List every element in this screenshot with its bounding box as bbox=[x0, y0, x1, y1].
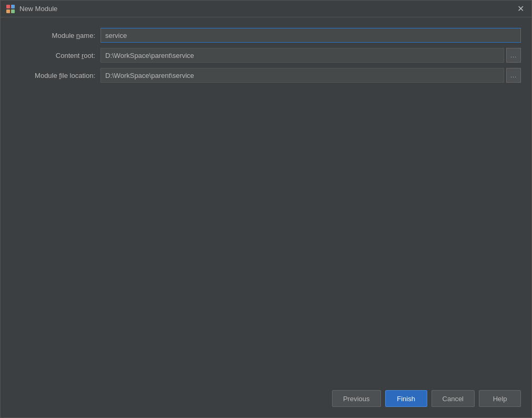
app-icon bbox=[6, 4, 15, 14]
svg-rect-2 bbox=[6, 9, 10, 13]
cancel-button[interactable]: Cancel bbox=[431, 390, 475, 407]
content-root-label: Content root: bbox=[11, 52, 95, 59]
module-file-location-label: Module file location: bbox=[11, 72, 95, 79]
module-name-row: Module name: bbox=[11, 28, 521, 43]
content-root-input-wrapper: ... bbox=[101, 48, 521, 63]
module-name-input[interactable] bbox=[101, 28, 521, 43]
help-button[interactable]: Help bbox=[479, 390, 521, 407]
content-root-row: Content root: ... bbox=[11, 48, 521, 63]
module-file-location-browse-button[interactable]: ... bbox=[506, 68, 521, 83]
close-button[interactable]: ✕ bbox=[515, 3, 526, 15]
module-name-input-wrapper bbox=[101, 28, 521, 43]
title-bar: New Module ✕ bbox=[1, 1, 531, 17]
previous-button[interactable]: Previous bbox=[332, 390, 381, 407]
module-file-location-input[interactable] bbox=[101, 68, 504, 83]
content-root-browse-button[interactable]: ... bbox=[506, 48, 521, 63]
content-root-input[interactable] bbox=[101, 48, 504, 63]
svg-rect-1 bbox=[11, 5, 15, 8]
window-title: New Module bbox=[19, 5, 57, 13]
dialog-content: Module name: Content root: ... M bbox=[1, 17, 531, 385]
module-name-label: Module name: bbox=[11, 32, 95, 39]
module-file-location-row: Module file location: ... bbox=[11, 68, 521, 83]
form-section: Module name: Content root: ... M bbox=[11, 28, 521, 83]
new-module-dialog: New Module ✕ Module name: Content root: bbox=[0, 0, 532, 418]
dialog-footer: Previous Finish Cancel Help bbox=[1, 385, 531, 417]
title-bar-left: New Module bbox=[6, 4, 57, 14]
finish-button[interactable]: Finish bbox=[385, 390, 427, 407]
svg-rect-0 bbox=[6, 5, 10, 8]
svg-rect-3 bbox=[11, 9, 15, 13]
module-file-location-input-wrapper: ... bbox=[101, 68, 521, 83]
